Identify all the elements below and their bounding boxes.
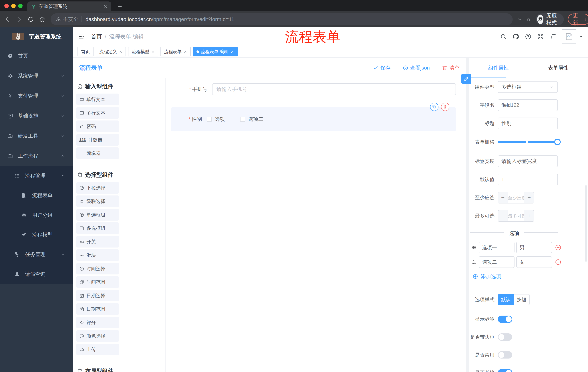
sidebar-item-devtools[interactable]: 研发工具 — [0, 126, 73, 146]
disabled-toggle[interactable] — [498, 351, 512, 359]
home-icon[interactable] — [39, 16, 46, 23]
copy-component-button[interactable] — [430, 103, 439, 111]
link-tag[interactable] — [461, 74, 471, 84]
option-1-label-input[interactable] — [479, 242, 514, 253]
drag-handle-icon[interactable] — [472, 259, 477, 265]
slider-handle[interactable] — [554, 139, 561, 145]
component-type-select[interactable]: 多选框组 — [498, 81, 558, 93]
view-json-button[interactable]: 查看json — [403, 64, 430, 71]
sidebar-item-user-group[interactable]: 用户分组 — [0, 205, 73, 225]
sidebar-fold-icon[interactable] — [78, 33, 84, 40]
palette-item-time-picker[interactable]: 时间选择 — [76, 263, 119, 275]
github-icon[interactable] — [512, 33, 519, 40]
fullscreen-icon[interactable] — [537, 33, 544, 40]
drag-handle-icon[interactable] — [472, 245, 477, 250]
save-button[interactable]: 保存 — [373, 64, 391, 71]
tag-close-icon[interactable] — [151, 50, 155, 53]
sidebar-item-process-model[interactable]: 流程模型 — [0, 225, 73, 244]
canvas-field-gender-selected[interactable]: *性别 选项一 选项二 — [171, 107, 456, 131]
required-toggle[interactable] — [498, 369, 512, 372]
sidebar-item-home[interactable]: 首页 — [0, 46, 73, 66]
search-icon[interactable] — [500, 33, 507, 40]
help-icon[interactable] — [525, 33, 532, 40]
breadcrumb-home[interactable]: 首页 — [91, 33, 102, 40]
sidebar-item-infrastructure[interactable]: 基础设施 — [0, 106, 73, 126]
palette-item-checkbox-group[interactable]: 多选框组 — [76, 223, 119, 234]
tag-process-form-edit[interactable]: 流程表单-编辑 — [193, 47, 238, 56]
option-1-value-input[interactable] — [516, 242, 552, 253]
palette-item-rate[interactable]: 评分 — [76, 317, 119, 328]
avatar-caret-down-icon[interactable] — [579, 34, 583, 39]
stepper-minus-icon[interactable]: − — [498, 210, 508, 221]
palette-item-date-range[interactable]: 日期范围 — [76, 303, 119, 315]
palette-item-password[interactable]: 密码 — [76, 120, 119, 132]
maximize-window-button[interactable] — [18, 4, 22, 8]
palette-item-date-picker[interactable]: 日期选择 — [76, 290, 119, 301]
tag-close-icon[interactable] — [231, 50, 234, 53]
palette-item-single-text[interactable]: 单行文本 — [76, 94, 119, 105]
sidebar-item-system[interactable]: 系统管理 — [0, 66, 73, 86]
remove-option-icon[interactable] — [555, 259, 561, 265]
stepper-plus-icon[interactable]: + — [524, 192, 534, 203]
tag-process-definition[interactable]: 流程定义 — [96, 47, 126, 56]
stepper-minus-icon[interactable]: − — [498, 192, 508, 203]
new-tab-button[interactable] — [116, 2, 124, 10]
phone-input[interactable] — [212, 83, 456, 95]
avatar[interactable] — [562, 29, 576, 44]
palette-item-time-range[interactable]: 时间范围 — [76, 276, 119, 288]
browser-update-button[interactable]: 更新 — [568, 14, 588, 25]
palette-item-editor[interactable]: 编辑器 — [76, 148, 119, 159]
form-canvas[interactable]: *手机号 *性别 选项一 — [166, 78, 466, 372]
form-grid-slider[interactable] — [498, 137, 558, 148]
tag-close-icon[interactable] — [184, 50, 187, 53]
back-icon[interactable] — [4, 16, 11, 23]
sidebar-item-leave-query[interactable]: 请假查询 — [0, 264, 73, 284]
reload-icon[interactable] — [27, 16, 34, 23]
app-logo[interactable]: 芋道管理系统 — [0, 27, 73, 46]
sidebar-item-workflow[interactable]: 工作流程 — [0, 146, 73, 166]
border-toggle[interactable] — [498, 333, 512, 341]
add-option-button[interactable]: 添加选项 — [473, 273, 588, 280]
sidebar-item-task-management[interactable]: 任务管理 — [0, 244, 73, 264]
inspector-scrollbar[interactable] — [585, 185, 587, 262]
option-2-value-input[interactable] — [516, 256, 552, 268]
palette-item-cascader[interactable]: 级联选择 — [76, 195, 119, 207]
stepper-plus-icon[interactable]: + — [524, 210, 534, 221]
palette-item-upload[interactable]: 上传 — [76, 344, 119, 355]
remove-option-icon[interactable] — [555, 244, 561, 251]
palette-item-counter[interactable]: 123计数器 — [76, 134, 119, 146]
clear-button[interactable]: 清空 — [442, 64, 460, 71]
tab-close-icon[interactable] — [103, 4, 108, 9]
tag-process-model[interactable]: 流程模型 — [128, 47, 158, 56]
palette-item-switch[interactable]: 开关 — [76, 236, 119, 247]
minimize-window-button[interactable] — [11, 4, 16, 8]
delete-component-button[interactable] — [441, 103, 449, 111]
title-input[interactable] — [498, 117, 558, 129]
font-size-icon[interactable] — [549, 33, 556, 40]
field-name-input[interactable] — [498, 99, 558, 111]
palette-item-multi-text[interactable]: 多行文本 — [76, 107, 119, 119]
style-button-button[interactable]: 按钮 — [514, 294, 530, 305]
default-value-input[interactable] — [498, 174, 558, 185]
forward-icon[interactable] — [16, 16, 22, 23]
tab-form-props[interactable]: 表单属性 — [528, 58, 588, 78]
palette-item-select[interactable]: 下拉选择 — [76, 182, 119, 194]
browser-menu-icon[interactable] — [583, 17, 587, 22]
palette-item-slider[interactable]: 滑块 — [76, 249, 119, 261]
min-select-input[interactable] — [508, 192, 524, 203]
max-select-input[interactable] — [508, 210, 524, 221]
show-label-toggle[interactable] — [498, 316, 512, 323]
bookmark-star-icon[interactable] — [526, 16, 531, 22]
tag-home[interactable]: 首页 — [77, 47, 94, 56]
canvas-field-phone[interactable]: *手机号 — [171, 83, 456, 95]
option-2-label-input[interactable] — [479, 256, 514, 268]
tab-component-props[interactable]: 组件属性 — [469, 58, 528, 78]
tag-process-form[interactable]: 流程表单 — [160, 47, 191, 56]
sidebar-item-process-form[interactable]: 流程表单 — [0, 186, 73, 205]
close-window-button[interactable] — [4, 4, 9, 8]
browser-tab[interactable]: 芋道管理系统 — [27, 1, 111, 11]
palette-item-color-picker[interactable]: 颜色选择 — [76, 330, 119, 342]
sidebar-item-payment[interactable]: 支付管理 — [0, 86, 73, 106]
sidebar-item-process-management[interactable]: 流程管理 — [0, 166, 73, 186]
password-key-icon[interactable] — [517, 16, 521, 22]
